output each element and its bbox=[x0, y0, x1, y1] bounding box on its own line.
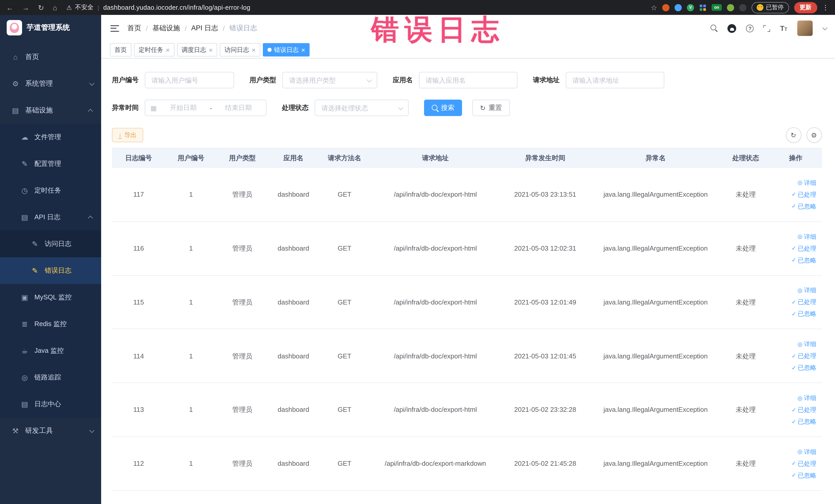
action-ignore-link[interactable]: ✓已忽略 bbox=[792, 309, 816, 319]
action-detail-link[interactable]: ◎详细 bbox=[797, 178, 816, 187]
bookmark-star-icon[interactable]: ☆ bbox=[651, 3, 657, 12]
extension-icon[interactable] bbox=[675, 4, 682, 11]
tab-close-icon[interactable]: × bbox=[301, 46, 305, 53]
extension-icon[interactable] bbox=[662, 4, 669, 11]
sidebar-item-dev-tools[interactable]: ⚒研发工具 bbox=[0, 418, 101, 444]
url-bar[interactable]: ⚠ 不安全 | dashboard.yudao.iocoder.cn/infra… bbox=[66, 3, 250, 12]
fullscreen-icon[interactable] bbox=[763, 25, 770, 32]
tab-close-icon[interactable]: × bbox=[209, 46, 212, 53]
action-ignore-link[interactable]: ✓已忽略 bbox=[792, 256, 816, 265]
action-detail-link[interactable]: ◎详细 bbox=[797, 394, 816, 403]
column-settings-button[interactable]: ⚙ bbox=[806, 127, 822, 143]
sidebar-item-mysql-monitor[interactable]: ▣MySQL 监控 bbox=[0, 284, 101, 311]
export-button[interactable]: ↓ 导出 bbox=[112, 128, 143, 142]
table-cell: 1 bbox=[165, 383, 217, 437]
action-processed-link[interactable]: ✓已处理 bbox=[792, 459, 816, 468]
sidebar-item-home[interactable]: ⌂首页 bbox=[0, 44, 101, 70]
search-button[interactable]: 搜索 bbox=[424, 100, 462, 116]
sidebar-item-label: 文件管理 bbox=[34, 133, 61, 142]
tab-error-log[interactable]: 错误日志× bbox=[263, 43, 310, 57]
sidebar-item-access-log[interactable]: ✎访问日志 bbox=[0, 230, 101, 257]
avatar[interactable] bbox=[797, 21, 812, 36]
request-url-input[interactable] bbox=[566, 72, 664, 88]
home-icon[interactable]: ⌂ bbox=[53, 3, 57, 12]
row-actions: ◎详细✓已处理✓已忽略 bbox=[770, 168, 821, 221]
forward-icon[interactable]: → bbox=[22, 3, 29, 12]
user-id-input[interactable] bbox=[145, 72, 234, 88]
action-processed-link[interactable]: ✓已处理 bbox=[792, 190, 816, 199]
action-ignore-link[interactable]: ✓已忽略 bbox=[792, 471, 816, 480]
action-ignore-link[interactable]: ✓已忽略 bbox=[792, 363, 816, 372]
action-processed-link[interactable]: ✓已处理 bbox=[792, 298, 816, 307]
vue-devtools-icon[interactable]: V bbox=[687, 4, 694, 11]
sidebar-item-api-log[interactable]: ▤API 日志 bbox=[0, 204, 101, 230]
sidebar-item-java-monitor[interactable]: ☕Java 监控 bbox=[0, 337, 101, 364]
sidebar-item-redis-monitor[interactable]: ≣Redis 监控 bbox=[0, 311, 101, 337]
sidebar-item-system-management[interactable]: ⚙系统管理 bbox=[0, 70, 101, 97]
date-range-picker[interactable]: ▦ 开始日期 - 结束日期 bbox=[145, 100, 266, 116]
tab-close-icon[interactable]: × bbox=[251, 46, 256, 53]
table-cell: java.lang.IllegalArgumentException bbox=[590, 168, 721, 221]
tab-access-log[interactable]: 访问日志× bbox=[220, 43, 260, 57]
action-detail-link[interactable]: ◎详细 bbox=[797, 286, 816, 295]
action-detail-link[interactable]: ◎详细 bbox=[797, 340, 816, 349]
tab-label: 调度日志 bbox=[182, 45, 206, 54]
extension-grid-icon[interactable] bbox=[699, 4, 707, 11]
action-processed-link[interactable]: ✓已处理 bbox=[792, 405, 816, 415]
table-body: 1171管理员dashboardGET/api/infra/db-doc/exp… bbox=[112, 168, 822, 491]
app-logo[interactable]: 芋道管理系统 bbox=[0, 15, 101, 41]
extension-on-badge[interactable]: on bbox=[712, 4, 722, 11]
check-icon: ✓ bbox=[792, 204, 796, 209]
app-name-input[interactable] bbox=[419, 72, 517, 88]
reset-button[interactable]: ↻ 重置 bbox=[472, 100, 510, 116]
chevron-down-icon[interactable] bbox=[822, 25, 827, 30]
extension-icon[interactable] bbox=[727, 4, 734, 11]
browser-menu-icon[interactable]: ⋮ bbox=[822, 4, 829, 11]
help-icon[interactable] bbox=[746, 24, 754, 32]
eye-icon: ◎ bbox=[797, 449, 802, 455]
breadcrumb-separator: / bbox=[223, 24, 225, 32]
action-processed-link[interactable]: ✓已处理 bbox=[792, 351, 816, 361]
extension-icon[interactable] bbox=[739, 4, 747, 11]
reload-icon[interactable]: ↻ bbox=[38, 3, 44, 12]
tab-schedule-log[interactable]: 调度日志× bbox=[177, 43, 217, 57]
action-ignore-link[interactable]: ✓已忽略 bbox=[792, 417, 816, 426]
hamburger-icon[interactable] bbox=[110, 25, 119, 32]
sidebar-item-infrastructure[interactable]: ▤基础设施 bbox=[0, 97, 101, 124]
breadcrumb-item[interactable]: 首页 bbox=[127, 24, 141, 33]
action-ignore-link[interactable]: ✓已忽略 bbox=[792, 202, 816, 211]
browser-update-button[interactable]: 更新 bbox=[794, 2, 817, 13]
table-cell: 2021-05-02 23:32:28 bbox=[501, 383, 590, 437]
user-type-select[interactable] bbox=[282, 72, 377, 88]
action-detail-link[interactable]: ◎详细 bbox=[797, 232, 816, 241]
check-icon: ✓ bbox=[792, 407, 796, 412]
table-cell: 未处理 bbox=[721, 168, 770, 221]
tab-close-icon[interactable]: × bbox=[166, 46, 170, 53]
paused-profile-button[interactable]: 已暂停 bbox=[752, 2, 789, 13]
error-log-table: 日志编号用户编号用户类型应用名请求方法名请求地址异常发生时间异常名处理状态操作 … bbox=[112, 148, 822, 491]
github-icon[interactable] bbox=[728, 24, 736, 33]
font-size-icon[interactable] bbox=[780, 24, 787, 32]
sidebar-item-trace[interactable]: ◎链路追踪 bbox=[0, 364, 101, 391]
process-status-select[interactable] bbox=[315, 100, 409, 116]
sidebar-item-log-center[interactable]: ▤日志中心 bbox=[0, 391, 101, 418]
breadcrumb-item[interactable]: 基础设施 bbox=[152, 24, 180, 33]
sidebar-item-scheduled-jobs[interactable]: ◷定时任务 bbox=[0, 177, 101, 204]
search-icon[interactable] bbox=[711, 25, 718, 32]
tab-scheduled-jobs[interactable]: 定时任务× bbox=[134, 43, 174, 57]
sidebar-item-file-management[interactable]: ☁文件管理 bbox=[0, 124, 101, 150]
column-header: 用户编号 bbox=[165, 148, 217, 168]
end-date-placeholder: 结束日期 bbox=[216, 103, 261, 113]
breadcrumb-item[interactable]: API 日志 bbox=[191, 24, 218, 33]
refresh-button[interactable]: ↻ bbox=[786, 127, 801, 143]
action-detail-link[interactable]: ◎详细 bbox=[797, 447, 816, 457]
back-icon[interactable]: ← bbox=[6, 3, 13, 12]
app-title: 芋道管理系统 bbox=[27, 23, 70, 32]
action-processed-link[interactable]: ✓已处理 bbox=[792, 244, 816, 253]
sidebar-item-config-management[interactable]: ✎配置管理 bbox=[0, 150, 101, 177]
sidebar-item-error-log[interactable]: ✎错误日志 bbox=[0, 257, 101, 284]
tab-label: 定时任务 bbox=[139, 45, 163, 54]
sidebar-item-label: 首页 bbox=[25, 53, 39, 62]
tab-home[interactable]: 首页 bbox=[110, 43, 131, 57]
url-text[interactable]: dashboard.yudao.iocoder.cn/infra/log/api… bbox=[103, 4, 250, 11]
